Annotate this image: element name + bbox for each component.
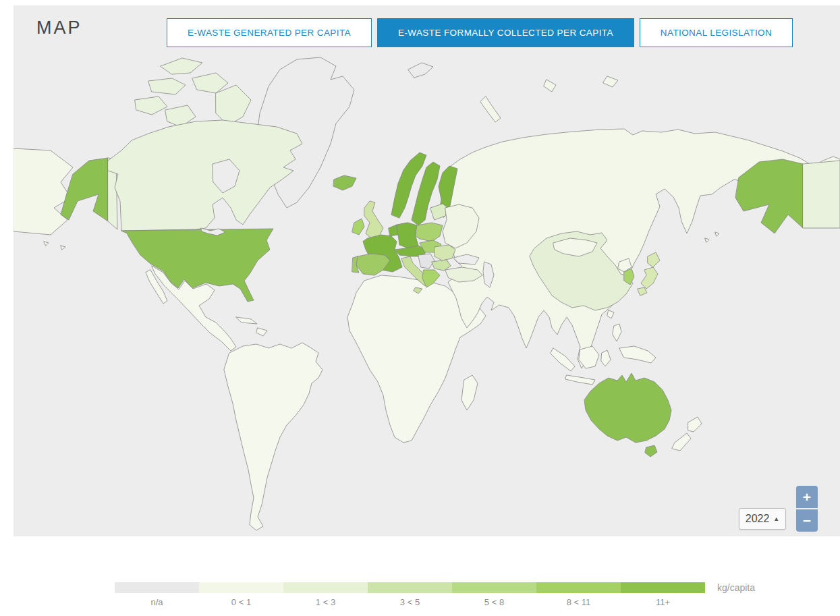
region-new-guinea[interactable] <box>619 346 656 363</box>
region-java[interactable] <box>565 375 595 385</box>
zoom-in-button[interactable]: + <box>796 486 818 508</box>
region-canada[interactable] <box>108 120 302 231</box>
legend-item: 8 < 11 <box>536 582 621 607</box>
region-japan-honshu[interactable] <box>641 267 658 289</box>
region-sulawesi[interactable] <box>601 350 611 366</box>
legend-item: 1 < 3 <box>283 582 368 607</box>
region-canada-arctic[interactable] <box>161 58 202 74</box>
legend-label: n/a <box>115 597 199 607</box>
region-benelux[interactable] <box>389 225 398 236</box>
region-canada-arctic[interactable] <box>135 96 167 115</box>
region-australia[interactable] <box>584 373 671 443</box>
region-svalbard[interactable] <box>408 63 433 78</box>
region-ireland[interactable] <box>352 219 364 235</box>
region-new-zealand-north[interactable] <box>688 417 702 432</box>
legend-swatch <box>621 582 705 593</box>
region-canada-arctic[interactable] <box>148 78 186 94</box>
region-germany[interactable] <box>397 223 418 248</box>
legend-swatch <box>199 582 283 593</box>
legend-swatch <box>115 582 199 593</box>
island-speck <box>61 246 65 250</box>
map-legend: n/a0 < 11 < 33 < 55 < 88 < 1111+ kg/capi… <box>115 582 755 607</box>
region-spain[interactable] <box>356 254 390 275</box>
region-bulgaria[interactable] <box>432 260 451 271</box>
map-tab-bar: E-WASTE GENERATED PER CAPITAE-WASTE FORM… <box>167 18 793 47</box>
region-philippines[interactable] <box>613 324 621 341</box>
map-canvas[interactable]: MAP E-WASTE GENERATED PER CAPITAE-WASTE … <box>13 5 840 536</box>
region-south-america[interactable] <box>224 343 323 530</box>
region-russia-wrap[interactable] <box>13 148 73 235</box>
zoom-controls: + − <box>796 486 818 532</box>
island-speck <box>705 238 709 242</box>
page-title: MAP <box>36 18 82 38</box>
region-cuba[interactable] <box>236 317 257 324</box>
legend-scale: n/a0 < 11 < 33 < 55 < 88 < 1111+ <box>115 582 705 607</box>
region-poland[interactable] <box>416 223 443 242</box>
region-united-kingdom[interactable] <box>364 201 383 238</box>
island-speck <box>715 232 719 236</box>
region-west-balkans[interactable] <box>418 254 435 269</box>
legend-item: 11+ <box>621 582 705 607</box>
legend-label: 1 < 3 <box>283 597 368 607</box>
year-select[interactable]: 2022 ▲ <box>739 508 786 530</box>
region-baffin-island[interactable] <box>216 85 251 125</box>
region-novaya-zemlya[interactable] <box>480 96 501 122</box>
legend-swatch <box>283 582 368 593</box>
region-canada-arctic[interactable] <box>192 73 228 93</box>
region-hispaniola[interactable] <box>256 328 267 336</box>
legend-item: n/a <box>115 582 199 607</box>
legend-label: 11+ <box>621 597 705 607</box>
island-speck <box>44 242 49 246</box>
legend-units: kg/capita <box>717 582 755 593</box>
region-canada-west[interactable] <box>803 161 840 228</box>
legend-swatch <box>536 582 621 593</box>
region-taiwan[interactable] <box>607 310 614 318</box>
legend-swatch <box>452 582 536 593</box>
legend-swatch <box>368 582 452 593</box>
tab-1[interactable]: E-WASTE FORMALLY COLLECTED PER CAPITA <box>377 18 634 47</box>
region-new-zealand-south[interactable] <box>672 433 691 451</box>
year-select-value: 2022 <box>746 513 770 525</box>
legend-label: 3 < 5 <box>368 597 452 607</box>
zoom-out-button[interactable]: − <box>796 509 818 532</box>
map-page: MAP E-WASTE GENERATED PER CAPITAE-WASTE … <box>0 0 840 616</box>
tab-0[interactable]: E-WASTE GENERATED PER CAPITA <box>167 18 372 47</box>
legend-label: 8 < 11 <box>536 597 621 607</box>
caret-up-icon: ▲ <box>773 515 779 522</box>
region-madagascar[interactable] <box>461 375 478 410</box>
legend-label: 5 < 8 <box>452 597 536 607</box>
tab-2[interactable]: NATIONAL LEGISLATION <box>640 18 793 47</box>
legend-item: 3 < 5 <box>368 582 452 607</box>
legend-item: 0 < 1 <box>199 582 283 607</box>
region-japan-kyushu[interactable] <box>638 287 647 296</box>
region-baltics[interactable] <box>430 204 448 220</box>
world-map <box>13 5 840 536</box>
legend-label: 0 < 1 <box>199 597 283 607</box>
legend-item: 5 < 8 <box>452 582 536 607</box>
region-japan-hokkaido[interactable] <box>648 252 660 267</box>
region-iceland[interactable] <box>333 175 356 190</box>
region-tasmania[interactable] <box>645 445 657 457</box>
region-sumatra[interactable] <box>551 348 575 371</box>
region-romania[interactable] <box>435 245 455 260</box>
region-arctic-island[interactable] <box>603 76 618 87</box>
region-arctic-island[interactable] <box>544 80 556 92</box>
